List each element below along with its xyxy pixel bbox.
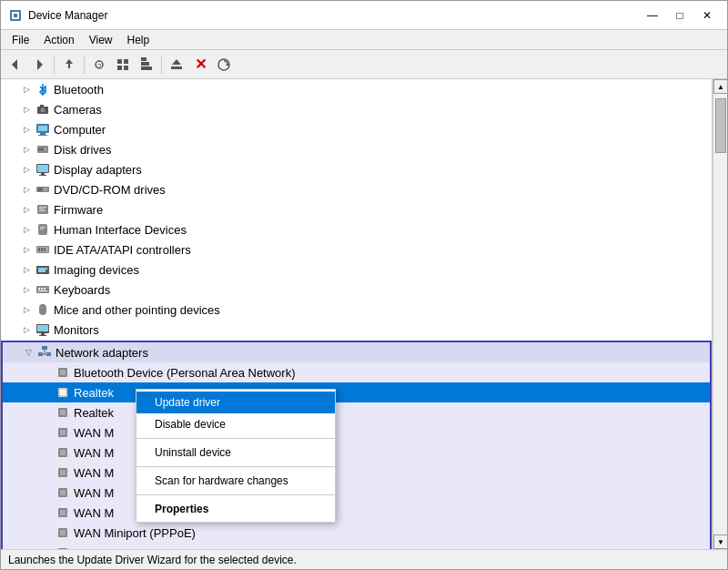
svg-marker-6 bbox=[66, 59, 73, 64]
tree-item-label: Network adapters bbox=[56, 346, 148, 360]
maximize-button[interactable]: □ bbox=[667, 6, 693, 25]
tree-item-imaging[interactable]: ▷ Imaging devices bbox=[1, 260, 712, 280]
svg-rect-47 bbox=[38, 248, 40, 251]
tree-item-bluetooth-device[interactable]: ▷ Bluetooth Device (Personal Area Networ… bbox=[3, 362, 710, 382]
tree-item-dvd[interactable]: ▷ DVD/CD-ROM drives bbox=[1, 179, 712, 199]
mouse-icon bbox=[35, 302, 50, 317]
adapter-icon bbox=[56, 485, 70, 500]
status-bar: Launches the Update Driver Wizard for th… bbox=[1, 549, 727, 569]
tree-item-label: Disk drives bbox=[54, 143, 112, 157]
tree-item-label: WAN M bbox=[74, 486, 114, 500]
svg-rect-10 bbox=[124, 59, 128, 64]
resources-button[interactable] bbox=[136, 54, 157, 76]
update-driver-toolbar-button[interactable] bbox=[166, 54, 187, 76]
device-manager-window: Device Manager — □ ✕ File Action View He… bbox=[0, 0, 728, 570]
tree-item-wan2[interactable]: ▷ WAN M bbox=[3, 443, 710, 463]
svg-rect-55 bbox=[41, 288, 43, 290]
ctx-scan-hardware[interactable]: Scan for hardware changes bbox=[136, 470, 335, 492]
tree-view[interactable]: ▷ Bluetooth ▷ Cameras bbox=[1, 79, 713, 549]
tree-item-monitors[interactable]: ▷ Monitors bbox=[1, 320, 712, 340]
tree-item-wan-pptp[interactable]: ▷ WAN Miniport (PPTP) bbox=[3, 543, 710, 549]
menu-bar: File Action View Help bbox=[1, 30, 727, 50]
svg-rect-72 bbox=[60, 370, 66, 375]
tree-item-firmware[interactable]: ▷ Firmware bbox=[1, 199, 712, 219]
svg-rect-29 bbox=[38, 148, 44, 150]
tree-item-hid[interactable]: ▷ Human Interface Devices bbox=[1, 219, 712, 239]
svg-rect-9 bbox=[117, 59, 122, 64]
firmware-icon bbox=[35, 202, 50, 217]
tree-item-keyboards[interactable]: ▷ Keyboards bbox=[1, 280, 712, 300]
ctx-separator bbox=[136, 438, 335, 439]
scrollbar-track[interactable] bbox=[713, 94, 727, 534]
svg-rect-62 bbox=[37, 325, 48, 331]
svg-rect-89 bbox=[58, 548, 67, 549]
ctx-properties[interactable]: Properties bbox=[136, 498, 335, 520]
computer-icon bbox=[35, 122, 50, 137]
tree-item-wan4[interactable]: ▷ WAN M bbox=[3, 483, 710, 503]
svg-rect-15 bbox=[141, 57, 147, 61]
tree-item-label: Keyboards bbox=[54, 283, 110, 297]
close-button[interactable]: ✕ bbox=[694, 6, 720, 25]
tree-item-realtek2[interactable]: ▷ Realtek bbox=[3, 402, 710, 422]
expand-icon: ▷ bbox=[19, 202, 34, 217]
tree-item-disk-drives[interactable]: ▷ Disk drives bbox=[1, 139, 712, 159]
tree-item-label: Imaging devices bbox=[54, 263, 139, 277]
tree-item-cameras[interactable]: ▷ Cameras bbox=[1, 99, 712, 119]
scrollbar-thumb[interactable] bbox=[715, 98, 726, 153]
menu-help[interactable]: Help bbox=[120, 32, 157, 48]
svg-rect-74 bbox=[60, 390, 66, 395]
svg-rect-63 bbox=[41, 333, 45, 335]
expand-icon: ▷ bbox=[19, 142, 34, 157]
ctx-disable-device[interactable]: Disable device bbox=[136, 413, 335, 435]
scroll-down-button[interactable]: ▼ bbox=[713, 534, 727, 549]
tree-item-label: WAN M bbox=[74, 466, 114, 480]
tree-item-wan1[interactable]: ▷ WAN M bbox=[3, 422, 710, 443]
scan-toolbar-button[interactable] bbox=[213, 54, 235, 76]
tree-item-network-adapters[interactable]: ▽ Network adapters bbox=[3, 342, 710, 362]
tree-item-display[interactable]: ▷ Display adapters bbox=[1, 159, 712, 179]
back-button[interactable] bbox=[5, 54, 26, 76]
toolbar-separator-3 bbox=[161, 56, 162, 74]
svg-rect-78 bbox=[60, 430, 66, 435]
tree-item-label: Bluetooth Device (Personal Area Network) bbox=[74, 366, 296, 380]
show-hidden-button[interactable]: ? bbox=[88, 54, 110, 76]
scroll-up-button[interactable]: ▲ bbox=[713, 79, 727, 94]
svg-point-28 bbox=[45, 148, 47, 151]
tree-item-label: IDE ATA/ATAPI controllers bbox=[54, 243, 191, 257]
menu-action[interactable]: Action bbox=[36, 32, 81, 48]
status-text: Launches the Update Driver Wizard for th… bbox=[8, 554, 297, 566]
uninstall-toolbar-button[interactable]: ✕ bbox=[189, 54, 211, 76]
svg-point-37 bbox=[46, 189, 46, 190]
minimize-button[interactable]: — bbox=[640, 6, 665, 25]
ctx-update-driver[interactable]: Update driver bbox=[136, 392, 335, 413]
menu-file[interactable]: File bbox=[5, 32, 36, 48]
camera-icon bbox=[35, 102, 50, 117]
svg-rect-57 bbox=[38, 290, 47, 291]
show-devices-button[interactable] bbox=[112, 54, 134, 76]
expand-icon: ▷ bbox=[19, 282, 34, 297]
svg-point-60 bbox=[42, 307, 44, 309]
tree-item-wan5[interactable]: ▷ WAN M bbox=[3, 503, 710, 523]
tree-item-label: WAN Miniport (PPPoE) bbox=[74, 526, 196, 540]
tree-item-wan3[interactable]: ▷ WAN M bbox=[3, 463, 710, 483]
adapter-icon bbox=[56, 425, 70, 440]
up-button[interactable] bbox=[58, 54, 80, 76]
tree-item-mice[interactable]: ▷ Mice and other pointing devices bbox=[1, 300, 712, 320]
tree-item-wan-pppoe[interactable]: ▷ WAN Miniport (PPPoE) bbox=[3, 523, 710, 543]
tree-item-computer[interactable]: ▷ Computer bbox=[1, 119, 712, 139]
forward-button[interactable] bbox=[28, 54, 50, 76]
adapter-icon bbox=[56, 545, 70, 549]
tree-item-bluetooth[interactable]: ▷ Bluetooth bbox=[1, 79, 712, 99]
tree-item-realtek1[interactable]: ▷ Realtek bbox=[3, 382, 710, 402]
menu-view[interactable]: View bbox=[82, 32, 120, 48]
svg-rect-16 bbox=[171, 66, 182, 69]
ctx-uninstall-device[interactable]: Uninstall device bbox=[136, 442, 335, 463]
svg-point-52 bbox=[46, 268, 48, 270]
expand-icon: ▷ bbox=[19, 102, 34, 117]
expand-icon: ▷ bbox=[19, 122, 34, 137]
tree-item-ide[interactable]: ▷ IDE ATA/ATAPI controllers bbox=[1, 239, 712, 260]
tree-item-label: WAN M bbox=[74, 426, 114, 440]
adapter-icon bbox=[56, 365, 70, 380]
ctx-item-label: Disable device bbox=[155, 418, 226, 431]
imaging-icon bbox=[35, 262, 50, 277]
